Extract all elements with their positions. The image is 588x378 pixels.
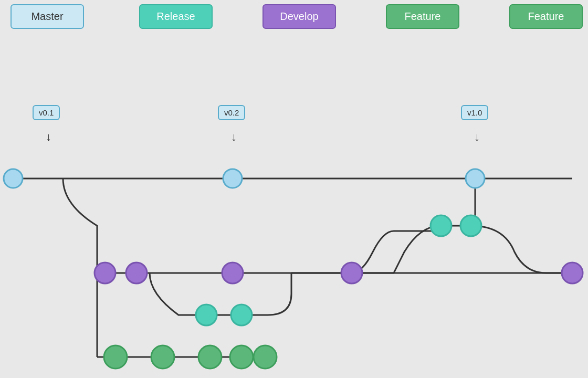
feature2-node-1 xyxy=(104,345,127,369)
feature2-node-4 xyxy=(230,345,253,369)
release-node-1 xyxy=(430,215,452,236)
master-node-3 xyxy=(466,169,485,188)
feature1-node-1 xyxy=(196,304,217,326)
develop-node-4 xyxy=(341,262,362,284)
develop-node-3 xyxy=(222,262,243,284)
feature1-node-2 xyxy=(231,304,252,326)
develop-node-2 xyxy=(126,262,147,284)
feature2-node-5 xyxy=(254,345,277,369)
git-graph: .line { fill: none; stroke: #333; stroke… xyxy=(0,0,588,378)
master-node-2 xyxy=(223,169,242,188)
feature2-node-2 xyxy=(151,345,174,369)
release-node-2 xyxy=(460,215,481,236)
feature2-node-3 xyxy=(198,345,222,369)
master-node-1 xyxy=(4,169,23,188)
develop-node-1 xyxy=(94,262,116,284)
develop-node-5 xyxy=(562,262,583,284)
